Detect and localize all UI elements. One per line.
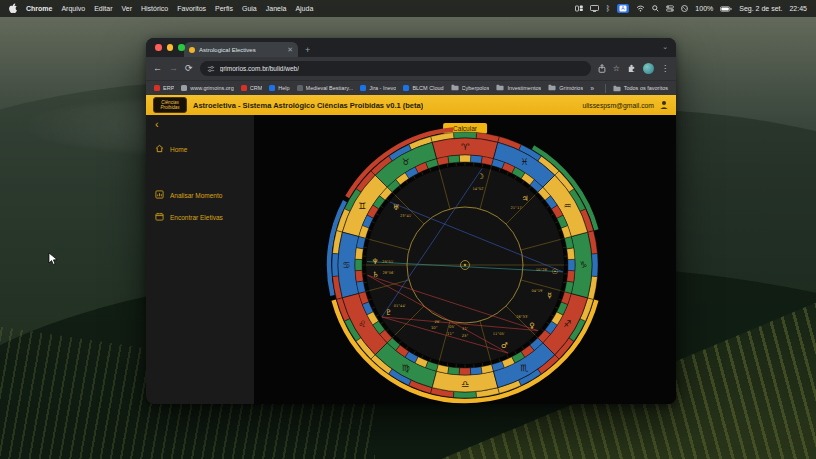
close-window-button[interactable]: [155, 44, 162, 51]
bookmark-grimorios[interactable]: Grimórios: [548, 84, 583, 92]
menu-perfis[interactable]: Perfis: [215, 5, 233, 12]
degree-tick: [381, 206, 384, 208]
sidebar-item-encontrar-eletivas[interactable]: Encontrar Eletivas: [155, 212, 245, 222]
astro-wheel-svg[interactable]: ♈♉♊♋♌♍♎♏♐♑♒♓☽14°52'♃21°17'☉10°28'☿04°19'…: [325, 125, 605, 404]
ciencias-proibidas-logo[interactable]: Ciências Proibidas: [153, 97, 187, 113]
degree-tick: [414, 351, 416, 354]
back-icon[interactable]: ←: [153, 64, 162, 73]
degree-tick: [529, 341, 531, 344]
reload-icon[interactable]: ⟳: [185, 64, 193, 73]
tab-close-icon[interactable]: ✕: [287, 46, 293, 54]
display-icon[interactable]: [590, 5, 599, 12]
degree-tick: [555, 221, 558, 222]
control-center-icon[interactable]: [666, 5, 674, 12]
bookmark-label: Help: [278, 85, 289, 91]
bookmark-jira-inevo[interactable]: Jira - Inevo: [360, 84, 396, 92]
menubar-status: ᛒA 100% Seg. 2 de set. 22:45: [575, 4, 807, 13]
sign-glyph-aquarius: ♒: [564, 201, 572, 211]
term-segment: [355, 259, 362, 271]
zoom-window-button[interactable]: [178, 44, 185, 51]
sidebar-collapse-icon[interactable]: ‹: [155, 119, 245, 130]
share-icon[interactable]: [598, 64, 606, 73]
menu-guia[interactable]: Guia: [242, 5, 257, 12]
menu-ajuda[interactable]: Ajuda: [295, 5, 313, 12]
tune-icon[interactable]: [207, 65, 215, 73]
forward-icon[interactable]: →: [169, 64, 178, 73]
degree-tick: [507, 172, 508, 175]
degree-tick: [563, 247, 566, 248]
user-account[interactable]: ulissespsm@gmail.com: [583, 100, 670, 110]
center-dot: [464, 264, 466, 266]
extensions-puzzle-icon[interactable]: [627, 64, 636, 73]
sign-glyph-cancer: ♋: [342, 260, 350, 270]
app-title: Astroeletiva - Sistema Astrológico Ciênc…: [193, 101, 423, 110]
planet-degree-venus: 26°33': [516, 315, 528, 319]
minimize-window-button[interactable]: [167, 44, 174, 51]
astro-chart: ♈♉♊♋♌♍♎♏♐♑♒♓☽14°52'♃21°17'☉10°28'☿04°19'…: [325, 125, 605, 404]
bookmark-medieval-bestiary[interactable]: Medieval Bestiary...: [297, 84, 354, 92]
term-segment: [459, 155, 471, 162]
degree-tick: [447, 363, 448, 366]
menu-app-name[interactable]: Chrome: [26, 5, 52, 12]
degree-tick: [438, 361, 439, 364]
degree-tick: [482, 164, 483, 167]
menu-kebab-icon[interactable]: ⋮: [661, 64, 669, 73]
siri-icon[interactable]: [681, 5, 688, 12]
url-text: grimorios.com.br/bulid/web/: [220, 65, 299, 72]
stage-manager-icon[interactable]: [575, 5, 583, 12]
bookmark-label: www.grimoins.org: [190, 85, 233, 91]
menu-historico[interactable]: Histórico: [141, 5, 168, 12]
menubar-time[interactable]: 22:45: [789, 5, 807, 12]
bluetooth-icon[interactable]: ᛒ: [606, 5, 611, 13]
bookmark-star-icon[interactable]: ☆: [613, 64, 620, 73]
menu-ver[interactable]: Ver: [121, 5, 132, 12]
all-bookmarks-label: Todos os favoritos: [624, 85, 668, 91]
web-page: Ciências Proibidas Astroeletiva - Sistem…: [146, 95, 676, 404]
bookmark-investimentos[interactable]: Investimentos: [496, 84, 541, 92]
bookmark-www-grimoins-org[interactable]: www.grimoins.org: [181, 84, 233, 92]
sidebar-item-analisar-momento[interactable]: Analisar Momento: [155, 190, 245, 200]
degree-tick: [559, 230, 562, 231]
new-tab-button[interactable]: +: [305, 43, 310, 57]
menubar-status-icons: ᛒA: [575, 4, 689, 13]
apple-menu-icon[interactable]: [9, 3, 17, 14]
degree-tick: [547, 206, 550, 208]
degree-tick: [551, 214, 554, 216]
menu-editar[interactable]: Editar: [94, 5, 112, 12]
battery-icon[interactable]: [720, 6, 732, 12]
degree-tick: [541, 199, 544, 201]
sidebar-item-home[interactable]: Home: [155, 144, 245, 154]
bookmark-blcm-cloud[interactable]: BLCM Cloud: [403, 84, 443, 92]
input-source-icon[interactable]: A: [617, 4, 629, 13]
degree-tick: [559, 299, 562, 300]
bookmark-crm[interactable]: CRM: [241, 84, 263, 92]
bookmark-cyberpolos[interactable]: Cyberpolos: [451, 84, 490, 92]
term-segment: [470, 155, 482, 163]
term-segment: [567, 248, 575, 260]
bookmarks-overflow-icon[interactable]: »: [590, 85, 594, 92]
degree-tick: [392, 192, 394, 194]
degree-tick: [430, 168, 431, 171]
menu-janela[interactable]: Janela: [266, 5, 287, 12]
site-favicon: [241, 85, 247, 91]
profile-avatar[interactable]: [643, 63, 654, 74]
tab-search-chevron-icon[interactable]: ⌄: [662, 43, 668, 51]
browser-tab[interactable]: Astrological Electives ✕: [184, 42, 298, 57]
menu-arquivo[interactable]: Arquivo: [61, 5, 85, 12]
degree-tick: [563, 282, 566, 283]
decan-segment: [592, 253, 598, 276]
bookmark-label: Investimentos: [507, 85, 541, 91]
wifi-icon[interactable]: [636, 5, 645, 12]
degree-tick: [406, 181, 408, 184]
bookmark-help[interactable]: Help: [269, 84, 289, 92]
degree-tick: [414, 176, 416, 179]
sidebar: ‹ HomeAnalisar MomentoEncontrar Eletivas: [146, 115, 254, 404]
address-bar[interactable]: grimorios.com.br/bulid/web/: [200, 61, 591, 76]
menu-favoritos[interactable]: Favoritos: [177, 5, 206, 12]
sign-glyph-capricorn: ♑: [579, 260, 587, 270]
search-icon[interactable]: [652, 5, 659, 12]
menubar-date[interactable]: Seg. 2 de set.: [739, 5, 782, 12]
all-bookmarks-button[interactable]: Todos os favoritos: [613, 85, 668, 92]
bookmark-erp[interactable]: ERP: [154, 84, 174, 92]
degree-tick: [366, 291, 369, 292]
